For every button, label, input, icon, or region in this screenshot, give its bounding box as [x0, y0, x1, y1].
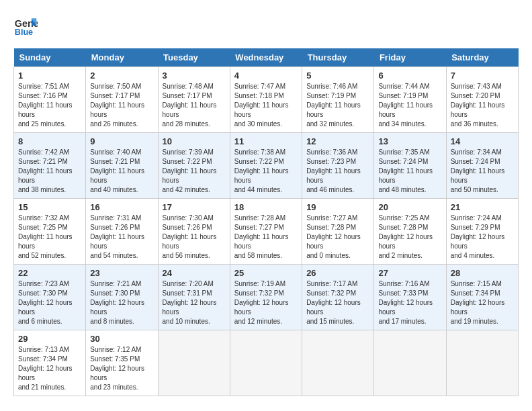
calendar-cell	[158, 330, 230, 396]
col-thursday: Thursday	[302, 48, 374, 67]
cell-info: Sunrise: 7:12 AMSunset: 7:35 PMDaylight:…	[90, 345, 153, 392]
cell-info: Sunrise: 7:34 AMSunset: 7:24 PMDaylight:…	[451, 148, 514, 195]
cell-info: Sunrise: 7:36 AMSunset: 7:23 PMDaylight:…	[306, 148, 369, 195]
col-saturday: Saturday	[446, 48, 518, 67]
calendar-cell: 6Sunrise: 7:44 AMSunset: 7:19 PMDaylight…	[374, 67, 446, 133]
calendar-cell: 7Sunrise: 7:43 AMSunset: 7:20 PMDaylight…	[446, 67, 518, 133]
calendar-cell: 22Sunrise: 7:23 AMSunset: 7:30 PMDayligh…	[14, 265, 86, 330]
day-number: 22	[18, 268, 81, 278]
calendar-cell: 28Sunrise: 7:15 AMSunset: 7:34 PMDayligh…	[446, 265, 518, 330]
col-wednesday: Wednesday	[230, 48, 302, 67]
cell-info: Sunrise: 7:35 AMSunset: 7:24 PMDaylight:…	[378, 148, 441, 195]
calendar-cell: 10Sunrise: 7:39 AMSunset: 7:22 PMDayligh…	[158, 133, 230, 199]
day-number: 12	[306, 136, 369, 146]
calendar-cell: 23Sunrise: 7:21 AMSunset: 7:30 PMDayligh…	[86, 265, 158, 330]
calendar-cell: 13Sunrise: 7:35 AMSunset: 7:24 PMDayligh…	[374, 133, 446, 199]
day-number: 25	[234, 268, 298, 278]
day-number: 4	[234, 71, 298, 81]
cell-info: Sunrise: 7:43 AMSunset: 7:20 PMDaylight:…	[451, 82, 514, 129]
day-number: 30	[90, 334, 153, 344]
day-number: 26	[306, 268, 369, 278]
calendar-week-row: 22Sunrise: 7:23 AMSunset: 7:30 PMDayligh…	[14, 265, 519, 330]
calendar-cell: 29Sunrise: 7:13 AMSunset: 7:34 PMDayligh…	[14, 330, 86, 396]
cell-info: Sunrise: 7:39 AMSunset: 7:22 PMDaylight:…	[163, 148, 226, 195]
logo-icon: General Blue	[13, 13, 38, 38]
calendar-cell: 30Sunrise: 7:12 AMSunset: 7:35 PMDayligh…	[86, 330, 158, 396]
calendar-cell: 4Sunrise: 7:47 AMSunset: 7:18 PMDaylight…	[230, 67, 302, 133]
col-friday: Friday	[374, 48, 446, 67]
calendar-cell: 19Sunrise: 7:27 AMSunset: 7:28 PMDayligh…	[302, 199, 374, 265]
logo: General Blue	[13, 13, 38, 38]
col-monday: Monday	[86, 48, 158, 67]
cell-info: Sunrise: 7:32 AMSunset: 7:25 PMDaylight:…	[18, 214, 81, 261]
day-number: 5	[306, 71, 369, 81]
cell-info: Sunrise: 7:31 AMSunset: 7:26 PMDaylight:…	[90, 214, 153, 261]
day-number: 13	[378, 136, 441, 146]
cell-info: Sunrise: 7:28 AMSunset: 7:27 PMDaylight:…	[234, 214, 298, 261]
cell-info: Sunrise: 7:50 AMSunset: 7:17 PMDaylight:…	[90, 82, 153, 129]
calendar-cell: 12Sunrise: 7:36 AMSunset: 7:23 PMDayligh…	[302, 133, 374, 199]
day-number: 15	[18, 202, 81, 212]
day-number: 24	[163, 268, 226, 278]
cell-info: Sunrise: 7:19 AMSunset: 7:32 PMDaylight:…	[234, 279, 298, 326]
day-number: 9	[90, 136, 153, 146]
calendar-cell: 21Sunrise: 7:24 AMSunset: 7:29 PMDayligh…	[446, 199, 518, 265]
cell-info: Sunrise: 7:42 AMSunset: 7:21 PMDaylight:…	[18, 148, 81, 195]
col-sunday: Sunday	[14, 48, 86, 67]
calendar-cell: 11Sunrise: 7:38 AMSunset: 7:22 PMDayligh…	[230, 133, 302, 199]
cell-info: Sunrise: 7:51 AMSunset: 7:16 PMDaylight:…	[18, 82, 81, 129]
cell-info: Sunrise: 7:21 AMSunset: 7:30 PMDaylight:…	[90, 279, 153, 326]
cell-info: Sunrise: 7:46 AMSunset: 7:19 PMDaylight:…	[306, 82, 369, 129]
calendar-cell	[446, 330, 518, 396]
calendar-cell	[230, 330, 302, 396]
day-number: 17	[163, 202, 226, 212]
cell-info: Sunrise: 7:13 AMSunset: 7:34 PMDaylight:…	[18, 345, 81, 392]
cell-info: Sunrise: 7:17 AMSunset: 7:32 PMDaylight:…	[306, 279, 369, 326]
calendar-cell: 25Sunrise: 7:19 AMSunset: 7:32 PMDayligh…	[230, 265, 302, 330]
cell-info: Sunrise: 7:20 AMSunset: 7:31 PMDaylight:…	[163, 279, 226, 326]
cell-info: Sunrise: 7:38 AMSunset: 7:22 PMDaylight:…	[234, 148, 298, 195]
cell-info: Sunrise: 7:40 AMSunset: 7:21 PMDaylight:…	[90, 148, 153, 195]
calendar-cell: 5Sunrise: 7:46 AMSunset: 7:19 PMDaylight…	[302, 67, 374, 133]
cell-info: Sunrise: 7:16 AMSunset: 7:33 PMDaylight:…	[378, 279, 441, 326]
day-number: 18	[234, 202, 298, 212]
cell-info: Sunrise: 7:24 AMSunset: 7:29 PMDaylight:…	[451, 214, 514, 261]
day-number: 2	[90, 71, 153, 81]
cell-info: Sunrise: 7:23 AMSunset: 7:30 PMDaylight:…	[18, 279, 81, 326]
day-number: 16	[90, 202, 153, 212]
day-number: 27	[378, 268, 441, 278]
calendar-cell: 26Sunrise: 7:17 AMSunset: 7:32 PMDayligh…	[302, 265, 374, 330]
calendar-cell: 9Sunrise: 7:40 AMSunset: 7:21 PMDaylight…	[86, 133, 158, 199]
day-number: 8	[18, 136, 81, 146]
day-number: 1	[18, 71, 81, 81]
calendar-cell: 2Sunrise: 7:50 AMSunset: 7:17 PMDaylight…	[86, 67, 158, 133]
calendar-cell	[302, 330, 374, 396]
cell-info: Sunrise: 7:25 AMSunset: 7:28 PMDaylight:…	[378, 214, 441, 261]
cell-info: Sunrise: 7:27 AMSunset: 7:28 PMDaylight:…	[306, 214, 369, 261]
day-number: 14	[451, 136, 514, 146]
calendar-cell: 14Sunrise: 7:34 AMSunset: 7:24 PMDayligh…	[446, 133, 518, 199]
day-number: 21	[451, 202, 514, 212]
svg-text:Blue: Blue	[15, 28, 33, 37]
cell-info: Sunrise: 7:15 AMSunset: 7:34 PMDaylight:…	[451, 279, 514, 326]
calendar-cell: 1Sunrise: 7:51 AMSunset: 7:16 PMDaylight…	[14, 67, 86, 133]
day-number: 10	[163, 136, 226, 146]
calendar-week-row: 8Sunrise: 7:42 AMSunset: 7:21 PMDaylight…	[14, 133, 519, 199]
calendar-table: Sunday Monday Tuesday Wednesday Thursday…	[13, 48, 519, 396]
day-number: 23	[90, 268, 153, 278]
calendar-cell: 18Sunrise: 7:28 AMSunset: 7:27 PMDayligh…	[230, 199, 302, 265]
calendar-week-row: 15Sunrise: 7:32 AMSunset: 7:25 PMDayligh…	[14, 199, 519, 265]
col-tuesday: Tuesday	[158, 48, 230, 67]
day-number: 29	[18, 334, 81, 344]
calendar-cell: 15Sunrise: 7:32 AMSunset: 7:25 PMDayligh…	[14, 199, 86, 265]
day-number: 11	[234, 136, 298, 146]
cell-info: Sunrise: 7:47 AMSunset: 7:18 PMDaylight:…	[234, 82, 298, 129]
calendar-cell: 8Sunrise: 7:42 AMSunset: 7:21 PMDaylight…	[14, 133, 86, 199]
calendar-cell: 17Sunrise: 7:30 AMSunset: 7:26 PMDayligh…	[158, 199, 230, 265]
day-number: 20	[378, 202, 441, 212]
calendar-week-row: 1Sunrise: 7:51 AMSunset: 7:16 PMDaylight…	[14, 67, 519, 133]
calendar-cell: 20Sunrise: 7:25 AMSunset: 7:28 PMDayligh…	[374, 199, 446, 265]
day-number: 6	[378, 71, 441, 81]
day-number: 7	[451, 71, 514, 81]
calendar-cell	[374, 330, 446, 396]
